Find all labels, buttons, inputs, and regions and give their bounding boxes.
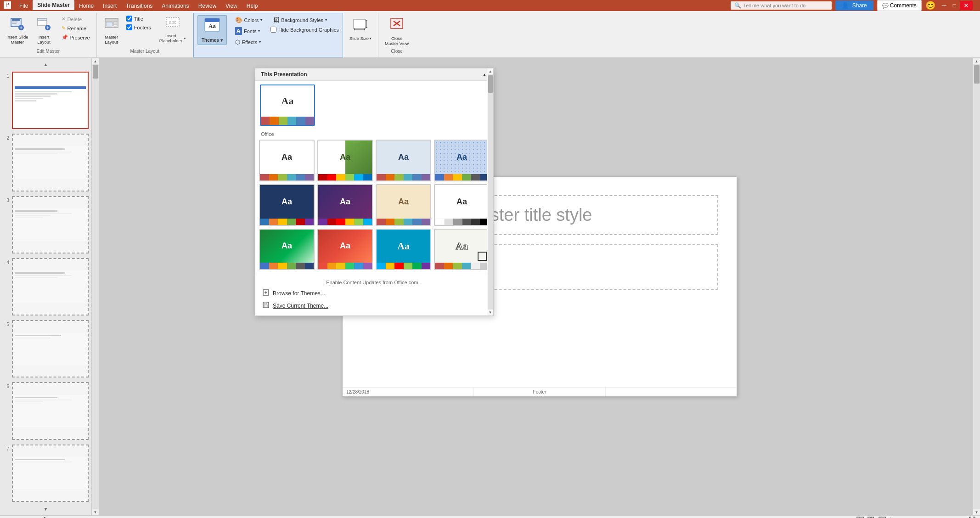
- slide-thumbnail-2[interactable]: 2: [2, 133, 90, 192]
- effects-button[interactable]: ⬡ Effects ▾: [232, 37, 265, 47]
- slide-panel-scroll-down[interactable]: ▼: [2, 507, 90, 512]
- scrollbar-thumb[interactable]: [93, 65, 98, 79]
- themes-button[interactable]: Aa Themes ▾: [197, 15, 227, 45]
- tab-file[interactable]: File: [15, 1, 33, 11]
- theme-item-10[interactable]: Aa: [317, 229, 373, 270]
- delete-button[interactable]: ✕ Delete: [59, 15, 93, 23]
- tab-view[interactable]: View: [221, 1, 242, 11]
- slide-sorter-btn[interactable]: [866, 516, 876, 518]
- minimize-button[interactable]: ─: [939, 1, 949, 10]
- hide-bg-graphics-checkbox[interactable]: [270, 27, 276, 33]
- master-layout-button[interactable]: MasterLayout: [101, 15, 123, 46]
- tab-insert[interactable]: Insert: [98, 1, 121, 11]
- slide-image-3[interactable]: [12, 196, 89, 253]
- fit-page-btn[interactable]: [968, 516, 976, 518]
- normal-view-btn[interactable]: [855, 516, 865, 518]
- background-styles-button[interactable]: 🖼 Background Styles ▾: [270, 15, 338, 25]
- hide-bg-graphics-item[interactable]: Hide Background Graphics: [270, 26, 338, 34]
- theme-item-9[interactable]: Aa: [259, 229, 315, 270]
- save-current-theme-link[interactable]: Save Current Theme...: [259, 299, 490, 312]
- share-button[interactable]: 👤 Share: [835, 0, 873, 11]
- theme-item-4[interactable]: Aa: [434, 140, 490, 181]
- theme-2-aa: Aa: [340, 152, 350, 162]
- footer-text: Footer: [474, 388, 605, 396]
- insert-slide-master-button[interactable]: + Insert SlideMaster: [4, 15, 31, 46]
- theme-item-6[interactable]: Aa: [317, 184, 373, 226]
- colors-button[interactable]: 🎨 Colors ▾: [232, 15, 265, 25]
- theme-item-5[interactable]: Aa: [259, 184, 315, 226]
- tab-review[interactable]: Review: [194, 1, 221, 11]
- theme-item-8[interactable]: Aa: [434, 184, 490, 226]
- tab-slide-master[interactable]: Slide Master: [33, 0, 74, 11]
- tab-home[interactable]: Home: [74, 1, 98, 11]
- current-theme-item[interactable]: Aa: [260, 84, 315, 126]
- dropdown-scroll-thumb[interactable]: [488, 75, 493, 93]
- theme-9-colors: [260, 263, 314, 269]
- tab-help[interactable]: Help: [242, 1, 263, 11]
- close-window-button[interactable]: ✕: [960, 1, 973, 10]
- search-bar[interactable]: 🔍: [731, 1, 832, 10]
- tab-transitions[interactable]: Transitions: [121, 1, 157, 11]
- reading-view-btn[interactable]: [877, 516, 887, 518]
- maximize-button[interactable]: □: [950, 1, 959, 10]
- rename-button[interactable]: ✎ Rename: [59, 24, 93, 33]
- dropdown-scroll-down-btn[interactable]: ▼: [488, 310, 493, 315]
- svg-rect-32: [264, 302, 267, 304]
- ribbon-group-close: CloseMaster View Close: [378, 13, 415, 57]
- slide-thumbnail-1[interactable]: 1: [2, 71, 90, 130]
- dropdown-scroll-up-btn[interactable]: ▲: [488, 68, 493, 74]
- slide-panel-scrollbar[interactable]: ▲ ▼: [92, 58, 99, 515]
- title-checkbox-item[interactable]: Title: [126, 15, 151, 23]
- canvas-scroll-up[interactable]: ▲: [973, 58, 980, 64]
- slide-panel-scroll-up[interactable]: ▲: [2, 62, 90, 67]
- rename-label: Rename: [68, 26, 87, 31]
- comments-button[interactable]: 💬 Comments: [877, 0, 922, 11]
- theme-item-1[interactable]: Aa: [259, 140, 315, 181]
- title-checkbox[interactable]: [126, 16, 132, 22]
- slide-thumbnail-5[interactable]: 5: [2, 319, 90, 378]
- browse-themes-link[interactable]: Browse for Themes...: [259, 287, 490, 299]
- slide-image-7[interactable]: [12, 445, 89, 502]
- svg-rect-1: [12, 19, 20, 21]
- themes-dropdown: This Presentation ▲ Aa: [255, 68, 494, 316]
- slide-thumbnail-7[interactable]: 7: [2, 444, 90, 503]
- theme-6-colors: [318, 219, 372, 225]
- slide-image-5[interactable]: [12, 320, 89, 377]
- footers-checkbox-item[interactable]: Footers: [126, 23, 151, 31]
- canvas-scroll-down[interactable]: ▼: [973, 509, 980, 515]
- preserve-button[interactable]: 📌 Preserve: [59, 33, 93, 42]
- slide-size-icon: [353, 17, 368, 35]
- bg-styles-icon: 🖼: [273, 17, 279, 23]
- scrollbar-up-btn[interactable]: ▲: [92, 58, 99, 64]
- theme-item-11[interactable]: Aa: [376, 229, 431, 270]
- theme-item-7[interactable]: Aa: [376, 184, 431, 226]
- slide-num-5: 5: [3, 320, 9, 327]
- canvas-scrollbar[interactable]: ▲ ▼: [973, 58, 980, 515]
- slide-image-2[interactable]: [12, 134, 89, 191]
- theme-item-2[interactable]: Aa: [317, 140, 373, 181]
- insert-placeholder-button[interactable]: abc InsertPlaceholder ▼: [157, 15, 189, 45]
- slide-thumbnail-3[interactable]: 3: [2, 195, 90, 254]
- canvas-scroll-thumb[interactable]: [974, 65, 980, 84]
- dropdown-scrollbar[interactable]: ▲ ▼: [487, 68, 493, 315]
- slide-thumbnail-6[interactable]: 6: [2, 381, 90, 440]
- theme-8-colors: [435, 219, 489, 225]
- insert-layout-icon: +: [37, 17, 51, 34]
- slide-image-6[interactable]: [12, 382, 89, 439]
- slide-image-1[interactable]: [12, 72, 89, 129]
- footers-checkbox[interactable]: [126, 24, 132, 30]
- svg-text:+: +: [20, 25, 23, 30]
- slide-size-button[interactable]: Slide Size ▾: [347, 15, 374, 43]
- slide-thumbnail-4[interactable]: 4: [2, 257, 90, 316]
- themes-icon: Aa: [204, 17, 220, 37]
- theme-item-3[interactable]: Aa: [376, 140, 431, 181]
- scrollbar-down-btn[interactable]: ▼: [92, 509, 99, 515]
- fonts-button[interactable]: A Fonts ▾: [232, 26, 265, 36]
- slideshow-btn[interactable]: [888, 516, 898, 518]
- close-master-view-button[interactable]: CloseMaster View: [382, 15, 411, 48]
- slide-image-4[interactable]: [12, 258, 89, 315]
- tab-animations[interactable]: Animations: [157, 1, 193, 11]
- insert-layout-button[interactable]: + InsertLayout: [33, 15, 55, 46]
- search-input[interactable]: [743, 3, 821, 8]
- theme-item-12[interactable]: Aa: [434, 229, 490, 270]
